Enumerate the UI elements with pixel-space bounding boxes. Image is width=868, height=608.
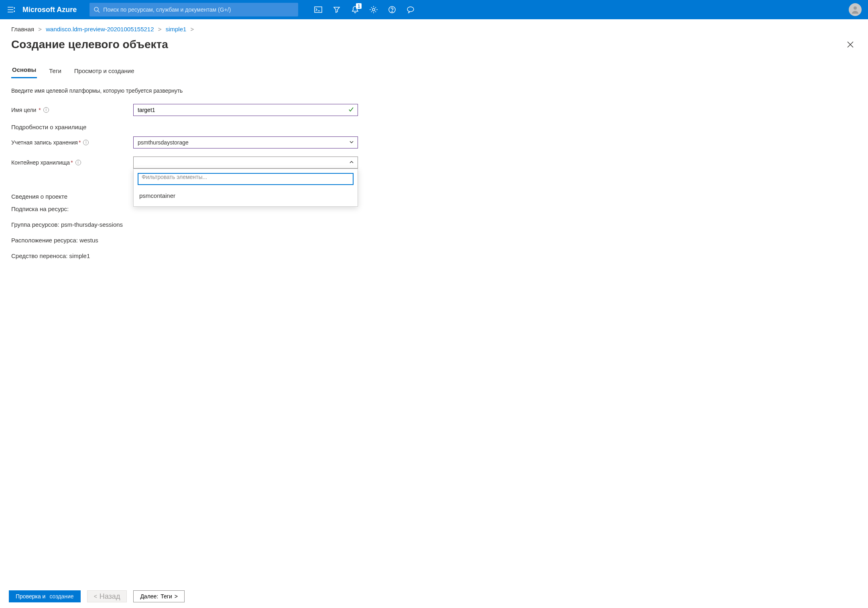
location-line: Расположение ресурса: westus: [11, 237, 358, 244]
chevron-up-icon: [349, 159, 354, 166]
required-star-icon: *: [79, 139, 81, 146]
page-header: Создание целевого объекта: [0, 35, 868, 60]
chevron-right-icon: >: [158, 26, 162, 33]
top-icons: 1: [309, 1, 419, 18]
tab-tags[interactable]: Теги: [48, 65, 62, 78]
feedback-button[interactable]: [402, 1, 419, 18]
breadcrumb: Главная > wandisco.ldm-preview-202010051…: [0, 19, 868, 35]
chevron-right-icon: >: [191, 26, 194, 33]
chevron-right-icon: >: [38, 26, 42, 33]
tab-review[interactable]: Просмотр и создание: [73, 65, 135, 78]
chevron-down-icon: [349, 139, 354, 146]
directories-button[interactable]: [328, 1, 346, 18]
select-storage-container-wrap: psmcontainer: [133, 157, 358, 169]
info-icon[interactable]: i: [43, 107, 49, 113]
input-target-name-wrap: [133, 104, 358, 116]
top-bar: Microsoft Azure 1: [0, 0, 868, 19]
close-button[interactable]: [844, 38, 857, 51]
breadcrumb-link-1[interactable]: wandisco.ldm-preview-20201005155212: [46, 26, 154, 33]
form-content: Введите имя целевой платформы, которую т…: [0, 79, 369, 316]
label-text: Имя цели: [11, 107, 36, 113]
help-button[interactable]: [383, 1, 401, 18]
brand-logo[interactable]: Microsoft Azure: [22, 6, 77, 14]
resource-group-line: Группа ресурсов: psm-thursday-sessions: [11, 221, 358, 228]
select-value: psmthursdaystorage: [138, 139, 189, 146]
info-icon[interactable]: i: [83, 140, 89, 145]
svg-line-6: [98, 11, 100, 12]
required-star-icon: *: [39, 107, 41, 113]
label-text: Учетная запись хранения: [11, 139, 78, 146]
svg-point-11: [392, 11, 393, 12]
section-storage: Подробности о хранилище: [11, 124, 358, 130]
breadcrumb-home[interactable]: Главная: [11, 26, 34, 33]
svg-point-5: [94, 7, 98, 11]
search-input[interactable]: [103, 6, 294, 13]
gear-icon: [370, 6, 378, 14]
global-search[interactable]: [89, 3, 298, 16]
page-title: Создание целевого объекта: [11, 38, 844, 51]
notifications-button[interactable]: 1: [346, 1, 364, 18]
search-icon: [94, 6, 100, 13]
account-avatar[interactable]: [849, 3, 862, 16]
notification-badge: 1: [356, 3, 362, 9]
checkmark-icon: [348, 106, 354, 114]
person-icon: [850, 5, 860, 14]
menu-button[interactable]: [3, 2, 19, 18]
tab-basics[interactable]: Основы: [11, 64, 37, 78]
migrator-line: Средство переноса: simple1: [11, 252, 358, 259]
label-text: Контейнер хранилища: [11, 159, 70, 166]
label-storage-container: Контейнер хранилища * i: [11, 159, 133, 166]
feedback-icon: [407, 6, 415, 13]
settings-button[interactable]: [365, 1, 382, 18]
input-target-name[interactable]: [138, 107, 346, 113]
breadcrumb-link-2[interactable]: simple1: [166, 26, 187, 33]
tabs: Основы Теги Просмотр и создание: [0, 64, 868, 79]
close-icon: [847, 41, 854, 48]
svg-point-13: [854, 6, 857, 10]
row-storage-account: Учетная запись хранения * i psmthursdays…: [11, 136, 358, 149]
svg-rect-7: [315, 7, 322, 12]
dropdown-filter-wrap: [138, 173, 354, 185]
select-storage-account[interactable]: psmthursdaystorage: [133, 136, 358, 148]
cloud-shell-icon: [314, 6, 322, 13]
required-star-icon: *: [71, 159, 73, 166]
svg-point-12: [407, 7, 414, 12]
help-icon: [388, 6, 396, 13]
select-storage-container[interactable]: [133, 157, 358, 169]
dropdown-filter-input[interactable]: [142, 174, 350, 180]
label-storage-account: Учетная запись хранения * i: [11, 139, 133, 146]
filter-icon: [333, 6, 340, 13]
svg-point-3: [14, 8, 15, 8]
label-target-name: Имя цели * i: [11, 107, 133, 113]
cloud-shell-button[interactable]: [309, 1, 327, 18]
info-icon[interactable]: i: [75, 160, 81, 165]
dropdown-option[interactable]: psmcontainer: [138, 189, 354, 202]
row-storage-container: Контейнер хранилища * i psmcontainer: [11, 156, 358, 169]
svg-point-9: [372, 8, 375, 11]
row-target-name: Имя цели * i: [11, 104, 358, 116]
dropdown-panel: psmcontainer: [133, 169, 358, 207]
hamburger-icon: [8, 7, 15, 12]
svg-point-4: [14, 11, 15, 12]
intro-text: Введите имя целевой платформы, которую т…: [11, 87, 358, 94]
